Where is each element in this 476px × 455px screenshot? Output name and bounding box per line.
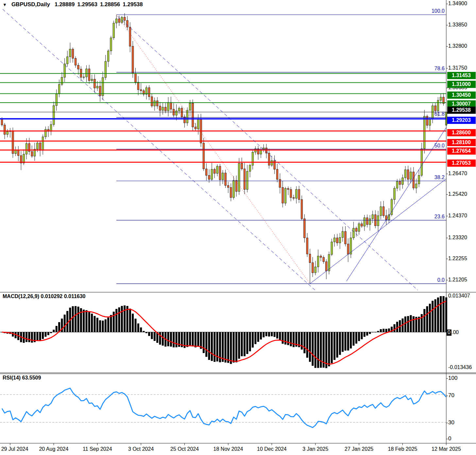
candle-body	[394, 188, 395, 200]
candle-body	[347, 244, 349, 254]
price-box-label: 1.28100	[452, 140, 471, 145]
candle-body	[195, 127, 196, 129]
candle-body	[178, 108, 180, 111]
macd-histogram-bar	[99, 320, 101, 332]
macd-histogram-bar	[205, 332, 207, 357]
macd-histogram-bar	[238, 332, 240, 359]
candle-body	[184, 117, 185, 123]
candle-body	[296, 190, 297, 198]
candle-body	[211, 169, 212, 179]
candle-body	[77, 65, 79, 69]
macd-histogram-bar	[309, 332, 311, 362]
candle-body	[159, 106, 161, 110]
candle-body	[170, 102, 172, 109]
candle-body	[75, 59, 76, 65]
macd-histogram-bar	[91, 314, 93, 332]
candle-body	[323, 258, 324, 262]
candle-body	[361, 224, 363, 226]
macd-histogram-bar	[394, 324, 396, 332]
chart-canvas[interactable]: 100.078.661.850.038.223.60.01.349001.338…	[0, 0, 476, 455]
candle-body	[380, 207, 382, 216]
macd-histogram-bar	[437, 297, 439, 332]
candle-body	[129, 27, 131, 46]
candle-body	[366, 218, 368, 225]
candle-body	[345, 231, 346, 244]
macd-zero-box-label: 0	[448, 329, 450, 335]
fib-level-label: 100.0	[432, 8, 445, 14]
macd-histogram-bar	[28, 332, 30, 342]
candle-body	[252, 152, 253, 165]
macd-histogram-bar	[279, 332, 281, 341]
candle-body	[287, 189, 289, 190]
macd-histogram-bar	[75, 306, 76, 332]
candle-body	[140, 90, 142, 91]
macd-histogram-bar	[328, 332, 330, 366]
candle-body	[271, 160, 273, 165]
candle-body	[214, 169, 215, 173]
macd-histogram-bar	[235, 332, 237, 362]
macd-histogram-bar	[432, 301, 434, 332]
date-axis-label: 18 Nov 2024	[213, 446, 243, 452]
macd-histogram-bar	[290, 332, 292, 346]
macd-histogram-bar	[167, 332, 169, 346]
rsi-indicator-label: RSI(14) 63.5509	[3, 375, 41, 381]
candle-body	[203, 143, 204, 169]
macd-indicator-label: MACD(12,26,9) 0.010292 0.011630	[3, 294, 86, 299]
macd-histogram-bar	[361, 332, 363, 339]
candle-body	[45, 129, 46, 137]
candle-body	[96, 86, 98, 88]
macd-histogram-bar	[331, 332, 333, 363]
candle-body	[342, 231, 343, 238]
macd-histogram-bar	[369, 332, 371, 334]
price-axis-label: 1.31750	[448, 65, 467, 71]
macd-histogram-bar	[77, 307, 79, 332]
candle-body	[94, 79, 95, 88]
macd-histogram-bar	[31, 332, 33, 343]
candle-body	[249, 165, 251, 172]
date-axis-label: 3 Oct 2024	[128, 446, 154, 452]
candle-body	[279, 179, 281, 188]
macd-histogram-bar	[53, 330, 55, 332]
ascending-support-shallow	[310, 179, 446, 284]
candle-body	[336, 238, 338, 243]
macd-histogram-bar	[342, 332, 344, 352]
symbol-dropdown-icon[interactable]: ▼	[3, 2, 7, 7]
price-box-label: 1.30450	[452, 92, 471, 98]
candle-body	[118, 19, 120, 23]
chart-header: ▼ GBPUSD,Daily 1.28889 1.29563 1.28856 1…	[3, 1, 143, 8]
macd-histogram-bar	[203, 332, 205, 353]
macd-histogram-bar	[121, 306, 123, 332]
macd-histogram-bar	[434, 299, 436, 332]
candle-body	[165, 107, 166, 111]
fib-level-label: 0.0	[437, 277, 445, 283]
macd-histogram-bar	[423, 309, 425, 332]
candle-body	[429, 119, 431, 126]
candle-body	[246, 171, 248, 190]
date-axis-label: 12 Mar 2025	[432, 446, 461, 452]
rsi-axis-label: 100	[448, 375, 457, 381]
macd-histogram-bar	[192, 332, 194, 346]
macd-histogram-bar	[137, 324, 139, 332]
price-box-label: 1.27053	[452, 160, 471, 166]
macd-histogram-bar	[276, 332, 278, 339]
candle-body	[306, 238, 308, 254]
macd-histogram-bar	[102, 321, 104, 332]
macd-histogram-bar	[257, 332, 259, 342]
macd-histogram-bar	[135, 319, 137, 332]
candle-body	[276, 169, 278, 179]
candle-body	[216, 166, 218, 174]
price-axis-label: 1.24370	[448, 213, 467, 218]
price-box-label: 1.29203	[452, 117, 471, 123]
candle-body	[432, 106, 434, 119]
candle-body	[440, 97, 442, 100]
macd-histogram-bar	[39, 332, 41, 341]
symbol-period-label: GBPUSD,Daily	[11, 1, 50, 8]
candle-body	[317, 256, 319, 267]
macd-histogram-bar	[282, 332, 284, 344]
macd-histogram-bar	[303, 332, 305, 353]
candle-body	[72, 49, 74, 58]
macd-histogram-bar	[265, 332, 267, 336]
candle-body	[410, 172, 412, 179]
macd-histogram-bar	[118, 307, 120, 332]
macd-histogram-bar	[66, 311, 68, 332]
